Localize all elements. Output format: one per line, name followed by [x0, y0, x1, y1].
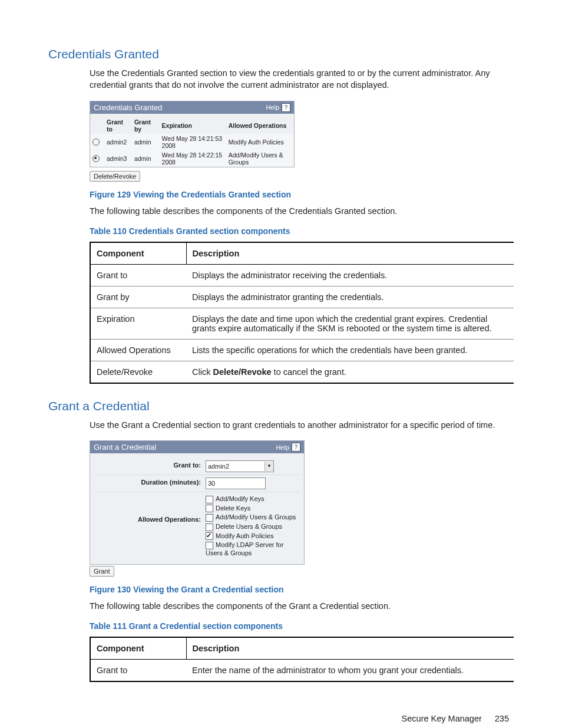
op-label: Add/Modify Keys — [216, 495, 265, 502]
components-table-110: Component Description Grant to Displays … — [90, 242, 514, 384]
paragraph: Use the Grant a Credential section to gr… — [90, 419, 514, 431]
col-component: Component — [90, 637, 186, 660]
label-grant-to: Grant to: — [95, 460, 206, 469]
col-expiration: Expiration — [160, 117, 226, 134]
radio[interactable] — [92, 139, 100, 146]
checkbox[interactable] — [206, 505, 213, 512]
figure-caption: Figure 129 Viewing the Credentials Grant… — [90, 190, 514, 199]
text: Click — [192, 367, 213, 377]
table-row: Delete/Revoke Click Delete/Revoke to can… — [90, 361, 514, 383]
help-link[interactable]: Help ? — [276, 443, 300, 452]
cell-exp: Wed May 28 14:21:53 2008 — [160, 134, 226, 150]
paragraph: The following table describes the compon… — [90, 600, 514, 612]
cell-grant-to: admin3 — [104, 150, 132, 167]
table-row: Allowed Operations Lists the specific op… — [90, 339, 514, 361]
label-allowed-ops: Allowed Operations: — [95, 495, 206, 523]
op-checkbox-row[interactable]: Add/Modify Users & Groups — [206, 513, 299, 522]
help-label: Help — [266, 104, 279, 111]
bold-text: Delete/Revoke — [213, 367, 271, 377]
op-label: Modify Auth Policies — [216, 532, 273, 539]
op-label: Delete Keys — [216, 505, 250, 512]
grant-to-select[interactable]: admin2 ▼ — [206, 460, 274, 472]
section-title-credentials-granted: Credentials Granted — [48, 47, 514, 61]
radio[interactable] — [92, 155, 100, 162]
chevron-down-icon: ▼ — [265, 462, 273, 471]
checkbox[interactable] — [206, 514, 213, 522]
cell-grant-by: admin — [132, 150, 160, 167]
panel-title: Credentials Granted — [94, 103, 162, 112]
table-caption: Table 110 Credentials Granted section co… — [90, 226, 514, 236]
cell-grant-by: admin — [132, 134, 160, 150]
select-value: admin2 — [208, 463, 229, 470]
help-icon: ? — [292, 443, 300, 452]
cell-ops: Add/Modify Users & Groups — [226, 150, 294, 167]
duration-input[interactable]: 30 — [206, 477, 266, 489]
table-row: Grant by Displays the administrator gran… — [90, 286, 514, 308]
cell-grant-to: admin2 — [104, 134, 132, 150]
col-grant-to: Grant to — [104, 117, 132, 134]
op-label: Add/Modify Users & Groups — [216, 513, 296, 521]
footer-page: 235 — [495, 714, 509, 723]
table-row: Grant to Displays the administrator rece… — [90, 264, 514, 286]
checkbox[interactable] — [206, 542, 213, 549]
checkbox[interactable] — [206, 523, 213, 531]
col-description: Description — [186, 242, 514, 265]
table-row: Expiration Displays the date and time up… — [90, 308, 514, 339]
op-label: Delete Users & Groups — [216, 523, 282, 530]
figure-caption: Figure 130 Viewing the Grant a Credentia… — [90, 585, 514, 594]
op-label: Modify LDAP Server for Users & Groups — [206, 541, 283, 556]
credentials-granted-table: Grant to Grant by Expiration Allowed Ope… — [90, 117, 294, 167]
paragraph: The following table describes the compon… — [90, 205, 514, 217]
op-checkbox-row[interactable]: Delete Keys — [206, 504, 299, 513]
op-checkbox-row[interactable]: Modify Auth Policies — [206, 532, 299, 541]
checkbox[interactable] — [206, 532, 213, 540]
col-allowed-ops: Allowed Operations — [226, 117, 294, 134]
table-row[interactable]: admin3 admin Wed May 28 14:22:15 2008 Ad… — [90, 150, 294, 167]
checkbox[interactable] — [206, 496, 213, 503]
op-checkbox-row[interactable]: Add/Modify Keys — [206, 495, 299, 504]
section-title-grant-credential: Grant a Credential — [48, 399, 514, 413]
footer-product: Secure Key Manager — [402, 714, 482, 723]
op-checkbox-row[interactable]: Modify LDAP Server for Users & Groups — [206, 541, 299, 557]
credentials-granted-panel: Credentials Granted Help ? Grant to Gran… — [90, 101, 295, 167]
table-row: Grant to Enter the name of the administr… — [90, 660, 514, 682]
delete-revoke-button[interactable]: Delete/Revoke — [90, 171, 140, 182]
op-checkbox-row[interactable]: Delete Users & Groups — [206, 522, 299, 532]
help-icon: ? — [282, 103, 290, 112]
components-table-111: Component Description Grant to Enter the… — [90, 637, 514, 682]
label-duration: Duration (minutes): — [95, 477, 206, 486]
text: to cancel the grant. — [272, 367, 346, 377]
table-row[interactable]: admin2 admin Wed May 28 14:21:53 2008 Mo… — [90, 134, 294, 150]
col-description: Description — [186, 637, 514, 660]
help-link[interactable]: Help ? — [266, 103, 290, 112]
grant-credential-panel: Grant a Credential Help ? Grant to: admi… — [90, 440, 305, 565]
cell-ops: Modify Auth Policies — [226, 134, 294, 150]
help-label: Help — [276, 444, 289, 451]
table-caption: Table 111 Grant a Credential section com… — [90, 621, 514, 631]
cell-exp: Wed May 28 14:22:15 2008 — [160, 150, 226, 167]
col-component: Component — [90, 242, 186, 265]
paragraph: Use the Credentials Granted section to v… — [90, 67, 514, 91]
grant-button[interactable]: Grant — [90, 566, 114, 577]
col-grant-by: Grant by — [132, 117, 160, 134]
panel-title: Grant a Credential — [94, 443, 156, 452]
